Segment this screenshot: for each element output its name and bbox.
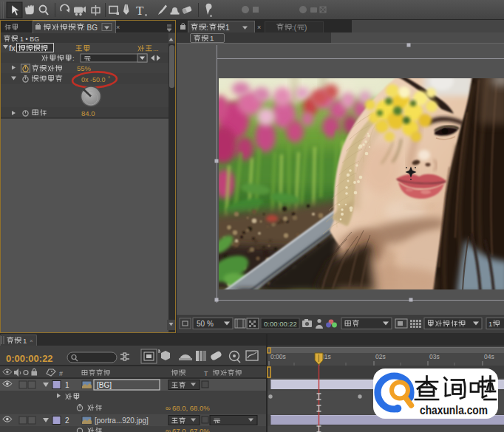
svg-text:chaxunla.com: chaxunla.com <box>420 403 488 416</box>
